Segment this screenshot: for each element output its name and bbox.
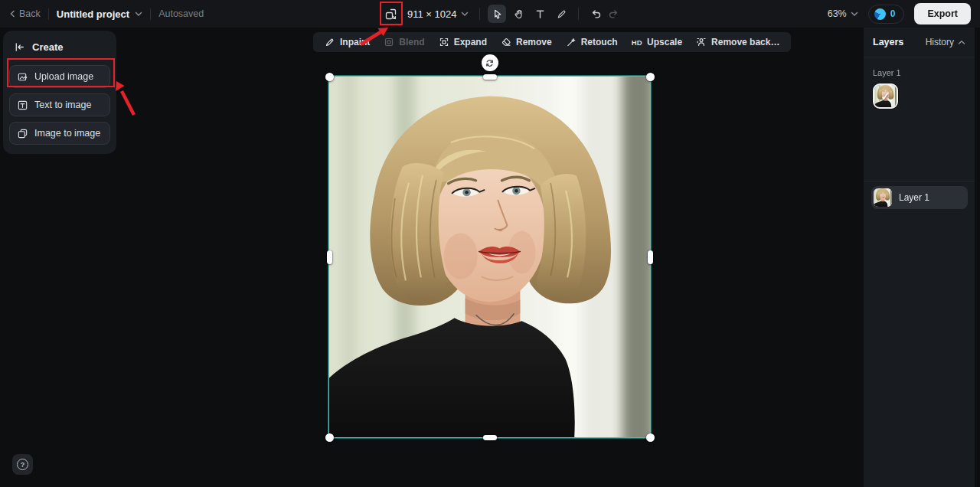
back-label: Back [19,8,41,19]
layers-panel: Layers History Layer 1 ✓ Layer 1 [864,28,975,487]
selection-handle-top-right[interactable] [646,73,655,81]
text-tool-button[interactable] [531,5,549,23]
divider [479,8,480,20]
upload-image-icon [17,71,28,83]
upscale-button[interactable]: HD Upscale [625,32,689,52]
divider [150,8,151,20]
topbar: Back Untitled project Autosaved 911 × 10… [0,0,980,28]
hd-icon: HD [632,38,642,47]
zoom-level: 63% [828,8,847,19]
chevron-down-icon [135,11,142,17]
topbar-left: Back Untitled project Autosaved [0,8,204,20]
select-tool-button[interactable] [488,5,506,23]
text-to-image-label: Text to image [34,100,91,110]
expand-icon [439,37,449,47]
resize-canvas-icon [384,8,397,21]
remove-background-button[interactable]: Remove back… [689,32,786,52]
selection-handle-bottom-right[interactable] [646,433,655,442]
create-panel: Create Upload image Text to image Image … [3,31,116,154]
canvas-size-control[interactable]: 911 × 1024 [407,8,469,20]
checkmark-icon: ✓ [874,85,897,107]
layers-panel-header: Layers History [864,28,975,57]
cursor-icon [492,8,503,20]
retouch-label: Retouch [581,37,618,47]
create-panel-header: Create [9,38,110,60]
tool-group [488,5,570,23]
layers-title: Layers [873,37,903,47]
blend-label: Blend [399,37,424,47]
divider [578,8,579,20]
canvas-selection [329,77,650,437]
credits-badge[interactable]: 0 [868,5,905,24]
text-to-image-icon [17,100,28,111]
inpaint-pen-icon [325,37,335,47]
remove-background-icon [696,37,707,47]
expand-label: Expand [454,37,487,47]
retouch-button[interactable]: Retouch [559,32,625,52]
redo-icon [608,8,620,20]
project-title[interactable]: Untitled project [57,8,142,20]
app-root: Back Untitled project Autosaved 911 × 10… [0,0,980,487]
back-button[interactable]: Back [9,8,41,19]
selection-handle-right[interactable] [648,250,653,264]
chevron-down-icon [851,11,858,17]
selection-handle-bottom[interactable] [483,435,497,440]
autosave-status: Autosaved [158,8,204,19]
history-toggle[interactable]: History [926,37,965,47]
annotation-arrow-upload [116,81,134,115]
expand-button[interactable]: Expand [432,32,494,52]
blend-icon [384,37,394,47]
text-icon [534,8,546,20]
canvas-image[interactable] [329,77,650,437]
rotate-icon [485,58,495,68]
layer-entry-label: Layer 1 [899,192,929,203]
history-entry-label: Layer 1 [873,68,965,77]
canvas-size-value: 911 × 1024 [407,8,456,20]
upscale-label: Upscale [647,37,682,47]
redo-button[interactable] [605,5,623,23]
history-entry-thumbnail[interactable]: ✓ [873,83,898,109]
image-to-image-label: Image to image [34,128,100,139]
help-button[interactable]: ? [12,454,33,475]
project-title-label: Untitled project [57,8,129,20]
rotate-handle[interactable] [482,54,498,71]
export-button[interactable]: Export [914,3,971,25]
question-mark-icon: ? [17,459,28,470]
hand-icon [513,8,524,20]
create-panel-title: Create [32,41,63,53]
text-to-image-button[interactable]: Text to image [9,93,110,116]
tool-options-bar: Inpaint Blend Expand Remove Retouch HD U… [313,32,791,52]
collapse-panel-icon[interactable] [14,41,25,53]
eraser-icon [501,37,511,47]
pen-icon [556,8,567,20]
chevron-left-icon [9,10,15,18]
divider [48,8,49,20]
layer-entry[interactable]: Layer 1 [871,186,968,209]
upload-image-label: Upload image [34,71,93,82]
history-label: History [926,37,954,47]
upload-image-button[interactable]: Upload image [9,65,110,88]
inpaint-label: Inpaint [340,37,370,47]
remove-button[interactable]: Remove [494,32,559,52]
chevron-down-icon [461,11,469,17]
undo-button[interactable] [586,5,605,23]
topbar-center: 911 × 1024 [381,0,623,28]
credits-count: 0 [890,8,896,19]
layer-thumbnail [874,188,892,207]
hand-tool-button[interactable] [509,5,528,23]
retouch-wand-icon [566,37,577,47]
topbar-right: 63% 0 Export [828,0,971,28]
selection-handle-top-left[interactable] [325,73,334,81]
selection-handle-bottom-left[interactable] [325,433,334,442]
inpaint-button[interactable]: Inpaint [318,32,377,52]
remove-label: Remove [516,37,552,47]
divider [864,181,975,181]
zoom-control[interactable]: 63% [828,8,858,19]
remove-background-label: Remove back… [711,37,779,47]
blend-button[interactable]: Blend [377,32,431,52]
resize-canvas-button[interactable] [381,5,400,23]
selection-handle-top[interactable] [483,74,497,80]
image-to-image-button[interactable]: Image to image [9,122,110,145]
draw-tool-button[interactable] [552,5,570,23]
selection-handle-left[interactable] [327,250,332,264]
